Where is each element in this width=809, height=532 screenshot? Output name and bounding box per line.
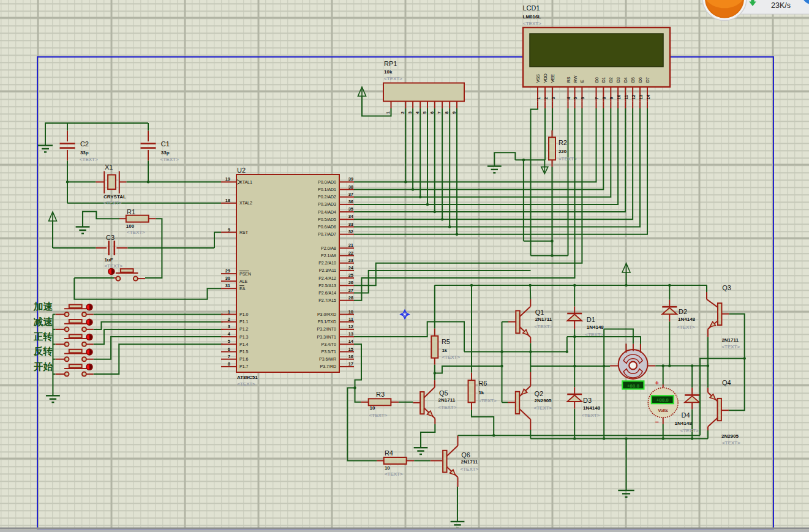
svg-text:P1.2: P1.2 — [239, 327, 249, 331]
svg-text:正转: 正转 — [33, 331, 53, 342]
svg-text:4: 4 — [566, 97, 571, 100]
svg-text:P3.0/RXD: P3.0/RXD — [317, 312, 336, 317]
svg-text:17: 17 — [348, 361, 353, 367]
svg-text:AT89C51: AT89C51 — [237, 375, 258, 380]
svg-text:10: 10 — [617, 95, 621, 100]
svg-text:3: 3 — [551, 97, 555, 100]
svg-text:VSS: VSS — [536, 74, 540, 83]
svg-text:32: 32 — [348, 229, 353, 234]
svg-text:1N4148: 1N4148 — [583, 405, 601, 411]
svg-text:1: 1 — [536, 97, 541, 100]
svg-text:14: 14 — [348, 339, 354, 344]
svg-text:P0.7/AD7: P0.7/AD7 — [318, 232, 336, 236]
svg-text:VDD: VDD — [543, 73, 547, 83]
svg-text:5: 5 — [423, 111, 427, 114]
svg-text:R1: R1 — [127, 208, 135, 215]
svg-text:13: 13 — [639, 95, 643, 100]
svg-text:开始: 开始 — [33, 361, 53, 372]
svg-text:<TEXT>: <TEXT> — [127, 230, 145, 235]
svg-text:<TEXT>: <TEXT> — [677, 324, 695, 330]
svg-text:D6: D6 — [638, 77, 642, 83]
svg-text:R2: R2 — [559, 139, 567, 146]
svg-text:<TEXT>: <TEXT> — [478, 398, 497, 403]
svg-text:9: 9 — [452, 111, 456, 114]
svg-text:<TEXT>: <TEXT> — [442, 354, 460, 360]
svg-text:10: 10 — [385, 465, 390, 471]
svg-text:13: 13 — [348, 331, 353, 337]
svg-text:6: 6 — [581, 97, 585, 100]
svg-text:1: 1 — [228, 309, 230, 315]
svg-text:R3: R3 — [376, 391, 385, 398]
svg-text:Q6: Q6 — [461, 451, 470, 459]
svg-text:<TEXT>: <TEXT> — [385, 471, 403, 477]
svg-text:2: 2 — [228, 317, 230, 322]
svg-text:R6: R6 — [478, 380, 487, 387]
svg-text:D4: D4 — [682, 411, 690, 419]
svg-text:<TEXT>: <TEXT> — [721, 344, 740, 350]
svg-text:7: 7 — [595, 97, 599, 100]
svg-text:D1: D1 — [601, 77, 606, 83]
svg-text:+88.8: +88.8 — [657, 397, 669, 403]
svg-text:D0: D0 — [595, 77, 599, 83]
svg-text:34: 34 — [348, 214, 354, 219]
svg-text:P0.3/AD3: P0.3/AD3 — [318, 202, 336, 206]
svg-text:+: + — [655, 379, 658, 386]
svg-text:P0.2/AD2: P0.2/AD2 — [318, 195, 336, 199]
svg-text:4: 4 — [415, 111, 420, 114]
svg-text:反转: 反转 — [33, 346, 53, 356]
svg-text:10: 10 — [370, 405, 375, 411]
svg-text:25: 25 — [348, 272, 353, 278]
svg-text:2N1711: 2N1711 — [461, 459, 478, 465]
svg-text:P0.0/AD0: P0.0/AD0 — [318, 180, 336, 184]
svg-text:C1: C1 — [161, 140, 170, 148]
svg-text:P3.7/RD: P3.7/RD — [320, 364, 336, 369]
svg-text:1k: 1k — [442, 348, 447, 353]
svg-text:<TEXT>: <TEXT> — [369, 413, 388, 418]
svg-text:8: 8 — [445, 111, 449, 114]
svg-text:22: 22 — [348, 250, 353, 256]
svg-text:XTAL2: XTAL2 — [239, 201, 252, 205]
svg-text:P1.6: P1.6 — [239, 357, 249, 361]
svg-text:<TEXT>: <TEXT> — [237, 381, 255, 387]
svg-text:D7: D7 — [645, 77, 650, 83]
svg-text:C2: C2 — [80, 140, 89, 148]
svg-text:D3: D3 — [616, 77, 620, 83]
svg-text:18: 18 — [225, 198, 230, 203]
svg-text:9: 9 — [609, 97, 614, 100]
svg-text:1N4148: 1N4148 — [678, 317, 696, 322]
svg-text:P2.6/A14: P2.6/A14 — [318, 291, 336, 295]
svg-text:P1.4: P1.4 — [239, 342, 249, 347]
svg-text:5: 5 — [228, 339, 230, 344]
svg-text:P1.0: P1.0 — [239, 312, 249, 317]
svg-text:2N2905: 2N2905 — [535, 398, 552, 403]
svg-text:21: 21 — [348, 242, 353, 248]
svg-text:<TEXT>: <TEXT> — [535, 324, 553, 329]
svg-text:9: 9 — [228, 227, 230, 233]
svg-text:P3.4/T0: P3.4/T0 — [321, 342, 336, 347]
svg-text:加速: 加速 — [33, 301, 53, 312]
svg-text:6: 6 — [430, 111, 434, 114]
svg-text:<TEXT>: <TEXT> — [582, 413, 600, 418]
svg-text:E: E — [580, 80, 584, 83]
svg-text:D3: D3 — [583, 397, 592, 404]
svg-text:3: 3 — [408, 111, 412, 114]
svg-text:<TEXT>: <TEXT> — [722, 440, 740, 446]
svg-text:15: 15 — [348, 347, 353, 352]
svg-text:P3.2/INT0: P3.2/INT0 — [317, 327, 336, 331]
svg-text:7: 7 — [437, 111, 442, 114]
svg-text:Volts: Volts — [658, 408, 668, 413]
svg-text:<TEXT>: <TEXT> — [80, 157, 98, 162]
svg-text:D1: D1 — [587, 316, 595, 323]
svg-text:29: 29 — [225, 268, 230, 274]
svg-text:C3: C3 — [106, 234, 115, 241]
svg-text:11: 11 — [624, 95, 628, 100]
svg-text:23K/s: 23K/s — [771, 1, 791, 10]
svg-text:3: 3 — [228, 324, 230, 329]
svg-text:2N1711: 2N1711 — [721, 337, 739, 343]
svg-text:P3.1/TXD: P3.1/TXD — [318, 320, 336, 324]
svg-text:26: 26 — [348, 280, 353, 285]
svg-text:<TEXT>: <TEXT> — [438, 405, 457, 410]
svg-text:39: 39 — [348, 176, 353, 182]
svg-text:D5: D5 — [631, 77, 635, 83]
svg-text:XTAL1: XTAL1 — [239, 180, 252, 184]
